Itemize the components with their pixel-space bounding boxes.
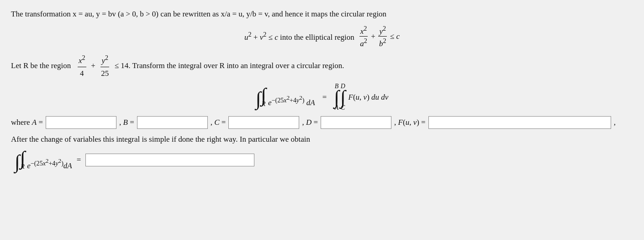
integral-equation: ∫ ∫ R e−(25x2+4y2) dA = B ∫ A D ∫ C [11, 83, 633, 111]
rhs-int1-lower: A [335, 104, 339, 112]
y2-over-b2: y2 b2 [378, 25, 387, 48]
input-bottom[interactable] [85, 154, 254, 166]
rhs-int1-wrap: B ∫ A [334, 83, 339, 111]
line-3: Let R be the region x2 4 + y2 25 ≤ 14. T… [11, 53, 633, 80]
int2-sub: R [262, 101, 266, 108]
bottom-integral-row: ∫ ∫ R e−(25x2+4y2)dA = [15, 149, 633, 171]
y2-over-25: y2 25 [100, 53, 110, 80]
lhs-integral: ∫ ∫ R e−(25x2+4y2) dA [256, 86, 315, 107]
input-D[interactable] [321, 116, 391, 129]
after-text: After the change of variables this integ… [11, 135, 310, 144]
bot-int1: ∫ ∫ R e−(25x2+4y2)dA [15, 149, 72, 171]
rhs-integrand: F(u, v) du dv [348, 93, 389, 102]
plus-sign: + [369, 32, 377, 41]
input-A[interactable] [46, 116, 116, 129]
int1: ∫ [256, 90, 261, 107]
input-F[interactable] [428, 116, 611, 129]
line1-text: The transformation x = au, y = bv (a > 0… [11, 10, 386, 18]
equals-sign: = [322, 93, 327, 102]
bot-integrand: e−(25x2+4y2)dA [27, 158, 72, 171]
int2: ∫ R [261, 86, 266, 107]
F-label: , F(u, v) = [394, 118, 426, 127]
bot-int2-sub: R [21, 163, 25, 171]
rhs-int1-sym: ∫ [334, 89, 339, 106]
leq-c: ≤ c [388, 32, 400, 41]
where-row: where A = , B = , C = , D = , F(u, v) = … [11, 116, 633, 129]
x2-over-4: x2 4 [78, 53, 86, 80]
int1-sym: ∫ [256, 90, 261, 107]
x2-over-a2: x2 a2 [359, 25, 368, 48]
let-r-text: Let R be the region [11, 61, 75, 70]
bot-int1-wrap: ∫ [15, 153, 20, 171]
rhs-integral: B ∫ A D ∫ C F(u, v) du dv [334, 83, 388, 111]
D-label: , D = [302, 118, 318, 127]
bot-equals: = [77, 155, 81, 165]
line-2-center: u2 + v2 ≤ c into the elliptical region x… [11, 25, 633, 48]
line-1: The transformation x = au, y = bv (a > 0… [11, 8, 633, 20]
after-line: After the change of variables this integ… [11, 133, 633, 145]
B-label: , B = [119, 118, 134, 127]
input-B[interactable] [137, 116, 208, 129]
input-C[interactable] [228, 116, 299, 129]
lhs-integrand: e−(25x2+4y2) dA [268, 95, 315, 107]
page: The transformation x = au, y = bv (a > 0… [11, 8, 633, 171]
bot-int1-sym: ∫ [15, 153, 20, 171]
leq-14-text: ≤ 14. Transform the integral over R into… [112, 61, 344, 70]
C-label: , C = [211, 118, 226, 127]
bot-int2-wrap: ∫ R [20, 149, 26, 171]
rhs-int2-lower: C [341, 104, 345, 112]
rhs-int2-sym: ∫ [340, 89, 346, 106]
u2v2-text: u2 + v2 ≤ c into the elliptical region [244, 31, 358, 42]
rhs-int2-wrap: D ∫ C [340, 83, 346, 111]
where-label: where A = [11, 118, 43, 127]
plus-25: + [89, 61, 97, 70]
trailing-comma: , [614, 118, 616, 127]
